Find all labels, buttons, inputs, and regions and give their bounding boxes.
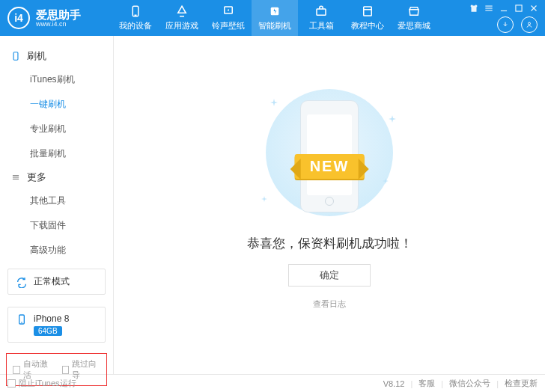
sidebar-group-flash[interactable]: 刷机 xyxy=(0,45,113,67)
sidebar-group-label: 刷机 xyxy=(27,49,46,63)
svg-point-15 xyxy=(529,22,531,25)
window-controls xyxy=(469,3,539,13)
nav-toolbox[interactable]: 工具箱 xyxy=(298,0,344,36)
checkbox-label: 跳过向导 xyxy=(72,358,100,381)
nav-label: 我的设备 xyxy=(119,20,152,31)
device-name: iPhone 8 xyxy=(34,313,69,324)
nav-flash[interactable]: 智能刷机 xyxy=(252,0,298,36)
nav-label: 智能刷机 xyxy=(258,20,291,31)
confirm-button[interactable]: 确定 xyxy=(288,264,371,287)
success-message: 恭喜您，保资料刷机成功啦！ xyxy=(247,235,412,252)
nav-ringtone[interactable]: 铃声壁纸 xyxy=(205,0,252,36)
minimize-icon[interactable] xyxy=(499,3,509,13)
svg-rect-12 xyxy=(516,5,522,11)
refresh-icon xyxy=(16,276,28,288)
sidebar-item-download-firmware[interactable]: 下载固件 xyxy=(0,213,113,238)
checkbox-icon xyxy=(62,366,70,374)
brand-name: 爱思助手 xyxy=(36,9,81,20)
sidebar: 刷机 iTunes刷机 一键刷机 专业刷机 批量刷机 更多 其他工具 下载固件 … xyxy=(0,36,114,374)
mode-label: 正常模式 xyxy=(34,275,70,288)
svg-rect-5 xyxy=(317,9,326,15)
sidebar-item-pro-flash[interactable]: 专业刷机 xyxy=(0,117,113,141)
support-link[interactable]: 客服 xyxy=(418,378,435,389)
success-illustration: NEW xyxy=(243,85,415,220)
maximize-icon[interactable] xyxy=(514,3,524,13)
sparkle-icon xyxy=(383,178,389,184)
phone-icon xyxy=(10,51,21,61)
sidebar-item-other-tools[interactable]: 其他工具 xyxy=(0,189,113,213)
music-icon xyxy=(222,4,235,18)
nav-label: 教程中心 xyxy=(351,20,384,31)
device-icon xyxy=(129,4,142,18)
block-itunes-checkbox[interactable]: 阻止iTunes运行 xyxy=(7,378,76,389)
nav-apps[interactable]: 应用游戏 xyxy=(159,0,205,36)
close-icon[interactable] xyxy=(529,3,539,13)
view-logs-link[interactable]: 查看日志 xyxy=(313,298,346,310)
sidebar-item-advanced[interactable]: 高级功能 xyxy=(0,238,113,263)
menu-icon[interactable] xyxy=(484,3,494,13)
checkbox-icon xyxy=(13,366,20,374)
svg-rect-6 xyxy=(364,7,372,16)
nav-label: 工具箱 xyxy=(309,20,334,31)
version-label: V8.12 xyxy=(383,379,405,388)
checkbox-icon xyxy=(7,379,16,388)
check-update-link[interactable]: 检查更新 xyxy=(505,378,538,389)
sparkle-icon xyxy=(389,115,396,123)
sidebar-group-label: 更多 xyxy=(27,171,46,184)
download-button[interactable] xyxy=(497,16,514,33)
sidebar-item-itunes-flash[interactable]: iTunes刷机 xyxy=(0,67,113,92)
nav-shop[interactable]: 爱思商城 xyxy=(391,0,437,36)
titlebar: i4 爱思助手 www.i4.cn 我的设备 应用游戏 铃声壁纸 智能刷机 工具… xyxy=(0,0,545,36)
flash-icon xyxy=(268,4,281,18)
book-icon xyxy=(361,4,374,18)
sidebar-group-more[interactable]: 更多 xyxy=(0,166,113,189)
shop-icon xyxy=(407,4,421,18)
sidebar-item-batch-flash[interactable]: 批量刷机 xyxy=(0,141,113,166)
apps-icon xyxy=(175,4,189,18)
more-icon xyxy=(10,172,21,183)
wechat-link[interactable]: 微信公众号 xyxy=(449,378,490,389)
content-area: NEW 恭喜您，保资料刷机成功啦！ 确定 查看日志 xyxy=(114,36,545,374)
skin-icon[interactable] xyxy=(469,3,479,13)
device-icon xyxy=(16,313,28,325)
toolbox-icon xyxy=(314,4,328,18)
logo[interactable]: i4 爱思助手 www.i4.cn xyxy=(7,7,105,29)
checkbox-label: 阻止iTunes运行 xyxy=(19,378,76,389)
top-nav: 我的设备 应用游戏 铃声壁纸 智能刷机 工具箱 教程中心 爱思商城 xyxy=(112,0,437,36)
logo-icon: i4 xyxy=(7,7,30,29)
nav-my-device[interactable]: 我的设备 xyxy=(112,0,159,36)
device-box[interactable]: iPhone 8 64GB xyxy=(7,307,106,343)
sparkle-icon xyxy=(261,196,267,202)
nav-label: 铃声壁纸 xyxy=(212,20,245,31)
user-button[interactable] xyxy=(521,16,538,33)
new-ribbon: NEW xyxy=(295,154,365,179)
nav-tutorial[interactable]: 教程中心 xyxy=(344,0,391,36)
sidebar-item-onekey-flash[interactable]: 一键刷机 xyxy=(0,92,113,117)
nav-label: 爱思商城 xyxy=(398,20,430,31)
brand-domain: www.i4.cn xyxy=(36,20,81,28)
sparkle-icon xyxy=(270,99,278,106)
mode-box[interactable]: 正常模式 xyxy=(7,269,106,295)
device-storage-badge: 64GB xyxy=(34,326,62,336)
svg-rect-16 xyxy=(13,52,18,61)
nav-label: 应用游戏 xyxy=(165,20,198,31)
